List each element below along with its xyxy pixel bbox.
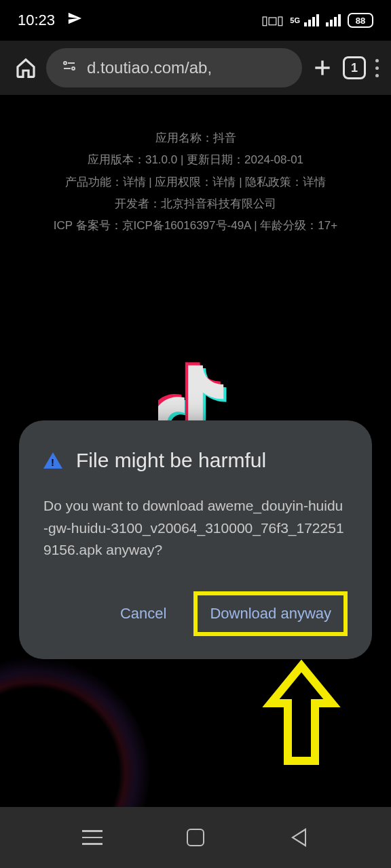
- page-content: 应用名称：抖音 应用版本：31.0.0 | 更新日期：2024-08-01 产品…: [0, 95, 391, 807]
- cancel-button[interactable]: Cancel: [112, 599, 174, 628]
- site-settings-icon[interactable]: [61, 58, 77, 78]
- status-right: ▯◻▯ 5G 88: [261, 13, 373, 28]
- status-left: 10:23: [18, 11, 82, 30]
- send-icon: [67, 11, 82, 30]
- decorative-ring: [0, 658, 149, 807]
- overflow-menu-button[interactable]: [375, 59, 379, 77]
- download-anyway-button[interactable]: Download anyway: [193, 591, 348, 636]
- tabs-button[interactable]: 1: [343, 56, 366, 79]
- home-nav-button[interactable]: [175, 817, 216, 858]
- download-warning-dialog: File might be harmful Do you want to dow…: [19, 420, 372, 659]
- meta-line: 产品功能：详情 | 应用权限：详情 | 隐私政策：详情: [0, 172, 391, 193]
- signal-icon: [326, 14, 341, 26]
- meta-line: 开发者：北京抖音科技有限公司: [0, 193, 391, 215]
- svg-point-0: [64, 62, 67, 64]
- system-nav-bar: [0, 807, 391, 868]
- meta-line: ICP 备案号：京ICP备16016397号-49A | 年龄分级：17+: [0, 215, 391, 237]
- new-tab-button[interactable]: [312, 57, 333, 79]
- meta-line: 应用名称：抖音: [0, 127, 391, 149]
- annotation-arrow-icon: [261, 659, 342, 777]
- network-type: 5G: [290, 16, 300, 24]
- app-meta-block: 应用名称：抖音 应用版本：31.0.0 | 更新日期：2024-08-01 产品…: [0, 95, 391, 237]
- svg-point-2: [72, 67, 75, 70]
- status-bar: 10:23 ▯◻▯ 5G 88: [0, 0, 391, 41]
- tab-count: 1: [343, 56, 366, 79]
- back-button[interactable]: [278, 817, 319, 858]
- meta-line: 应用版本：31.0.0 | 更新日期：2024-08-01: [0, 149, 391, 171]
- address-bar[interactable]: d.toutiao.com/ab,: [46, 48, 302, 87]
- dialog-header: File might be harmful: [43, 449, 348, 472]
- clock: 10:23: [18, 12, 55, 29]
- recents-button[interactable]: [72, 817, 113, 858]
- url-text: d.toutiao.com/ab,: [87, 58, 287, 77]
- warning-icon: [43, 452, 62, 469]
- home-button[interactable]: [15, 57, 37, 79]
- signal-small-icon: [304, 14, 319, 26]
- vibrate-icon: ▯◻▯: [261, 13, 283, 28]
- battery-icon: 88: [348, 13, 373, 28]
- dialog-actions: Cancel Download anyway: [43, 591, 348, 636]
- browser-toolbar: d.toutiao.com/ab, 1: [0, 41, 391, 95]
- dialog-title: File might be harmful: [76, 449, 266, 472]
- dialog-body: Do you want to download aweme_douyin-hui…: [43, 495, 348, 561]
